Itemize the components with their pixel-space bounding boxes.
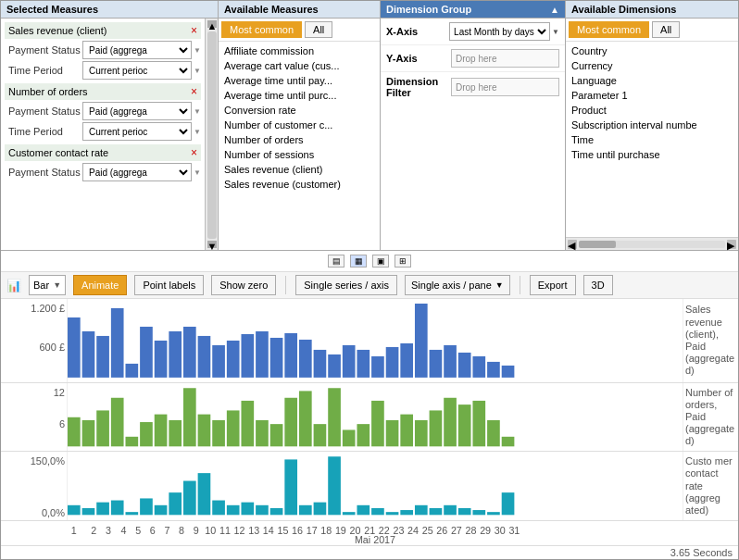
yaxis-2-mid: 6 (3, 418, 65, 429)
svg-text:1: 1 (71, 525, 77, 536)
dimension-group-header: Dimension Group ▲ (381, 1, 565, 19)
export-button[interactable]: Export (530, 275, 576, 295)
dim-item-4[interactable]: Product (568, 103, 736, 118)
scroll-right[interactable]: ▶ (727, 240, 736, 249)
yaxis-3-top: 150,0% (3, 455, 65, 467)
tab-all-dims[interactable]: All (652, 21, 680, 38)
svg-text:13: 13 (248, 525, 259, 536)
tab-all-measures[interactable]: All (305, 21, 332, 38)
dim-item-0[interactable]: Country (568, 44, 736, 58)
dim-scrollbar[interactable]: ◀ ▶ (566, 237, 738, 250)
payment-status-select-3[interactable]: Paid (aggrega (82, 163, 192, 181)
svg-rect-37 (155, 415, 168, 447)
svg-rect-32 (82, 420, 95, 446)
svg-rect-72 (212, 501, 225, 516)
yaxis-3: 150,0% 0,0% (1, 452, 68, 520)
show-zero-button[interactable]: Show zero (211, 275, 276, 295)
measure-group-2: Number of orders × Payment Status Paid (… (5, 83, 201, 141)
close-measure-2[interactable]: × (191, 85, 197, 98)
close-measure-3[interactable]: × (191, 146, 197, 159)
svg-rect-90 (472, 510, 485, 515)
time-period-label-2: Time Period (8, 126, 82, 137)
svg-text:7: 7 (164, 525, 169, 536)
chart-section: 📊 Bar ▼ Animate Point labels Show zero S… (1, 272, 738, 559)
svg-rect-60 (487, 420, 500, 446)
yaxis-drop[interactable]: Drop here (451, 49, 559, 68)
chart-type-dropdown[interactable]: Bar ▼ (29, 275, 66, 295)
svg-text:3: 3 (106, 525, 111, 536)
yaxis-1: 1.200 £ 600 £ (1, 299, 68, 382)
svg-rect-16 (299, 340, 312, 378)
measure-item-0[interactable]: Affiliate commission (220, 44, 378, 58)
dim-item-6[interactable]: Time (568, 132, 736, 147)
toolbar-separator-1 (285, 276, 286, 294)
available-measures-panel: Available Measures Most common All Affil… (219, 1, 381, 250)
chart-view-icon-2[interactable]: ▦ (350, 255, 367, 268)
animate-button[interactable]: Animate (73, 275, 127, 295)
svg-text:31: 31 (508, 525, 520, 536)
svg-text:28: 28 (466, 525, 477, 536)
chart-row-2: 12 6 (1, 383, 738, 453)
chart-view-icon-4[interactable]: ⊞ (395, 255, 411, 268)
single-series-button[interactable]: Single series / axis (295, 275, 397, 295)
svg-text:6: 6 (150, 525, 156, 536)
tab-most-common-measures[interactable]: Most common (221, 21, 302, 38)
dim-item-1[interactable]: Currency (568, 58, 736, 73)
filter-drop[interactable]: Drop here (451, 78, 559, 96)
time-period-select-2[interactable]: Current perioc (82, 122, 192, 141)
dim-item-3[interactable]: Parameter 1 (568, 88, 736, 103)
svg-text:11: 11 (219, 525, 231, 536)
dimension-sort-icon[interactable]: ▲ (550, 5, 559, 15)
dim-item-2[interactable]: Language (568, 73, 736, 88)
dim-item-5[interactable]: Subscription interval numbe (568, 118, 736, 132)
available-dimensions-header: Available Dimensions (566, 1, 738, 19)
measure-item-8[interactable]: Sales revenue (client) (220, 162, 378, 177)
close-measure-1[interactable]: × (191, 24, 197, 37)
scroll-down[interactable]: ▼ (207, 241, 217, 248)
toolbar-separator-2 (520, 276, 520, 294)
svg-rect-46 (284, 398, 297, 447)
payment-status-select-2[interactable]: Paid (aggrega (82, 102, 192, 120)
available-dimensions-list: Country Currency Language Parameter 1 Pr… (566, 42, 738, 237)
point-labels-button[interactable]: Point labels (134, 275, 204, 295)
measure-row-1-1: Payment Status Paid (aggrega ▼ (5, 41, 201, 59)
yaxis-2: 12 6 (1, 383, 68, 452)
chart-3-bars (68, 452, 683, 520)
measure-item-9[interactable]: Sales revenue (customer) (220, 177, 378, 192)
time-period-select-1[interactable]: Current perioc (82, 61, 192, 80)
top-panel: Selected Measures Sales revenue (client)… (1, 1, 738, 251)
single-axis-dropdown[interactable]: Single axis / pane ▼ (405, 275, 510, 295)
svg-text:9: 9 (194, 525, 199, 536)
scroll-left[interactable]: ◀ (568, 240, 577, 249)
dim-item-7[interactable]: Time until purchase (568, 147, 736, 162)
3d-button[interactable]: 3D (583, 275, 613, 295)
payment-status-select-1[interactable]: Paid (aggrega (82, 41, 192, 59)
available-measures-tabs: Most common All (219, 19, 380, 42)
measure-item-3[interactable]: Average time until purc... (220, 88, 378, 103)
svg-rect-58 (458, 404, 471, 446)
tab-most-common-dims[interactable]: Most common (569, 21, 649, 38)
scrollbar-selected[interactable]: ▲ ▼ (205, 19, 218, 250)
measure-item-6[interactable]: Number of orders (220, 132, 378, 147)
selected-measures-content: Sales revenue (client) × Payment Status … (1, 19, 205, 250)
xaxis-select[interactable]: Last Month by days (449, 22, 550, 41)
svg-rect-17 (314, 350, 327, 378)
scroll-up[interactable]: ▲ (207, 20, 217, 28)
measure-item-7[interactable]: Number of sessions (220, 147, 378, 162)
scroll-thumb-h[interactable] (579, 241, 616, 248)
svg-text:5: 5 (135, 525, 141, 536)
chart-view-icon-1[interactable]: ▤ (328, 255, 344, 268)
scroll-thumb[interactable] (207, 31, 217, 239)
chart-view-icon-3[interactable]: ▣ (372, 255, 389, 268)
payment-status-label-2: Payment Status (8, 106, 82, 117)
svg-rect-63 (82, 508, 95, 515)
measure-item-5[interactable]: Number of customer c... (220, 118, 378, 132)
measure-item-1[interactable]: Average cart value (cus... (220, 58, 378, 73)
svg-rect-14 (270, 338, 283, 378)
payment-status-label-1: Payment Status (8, 44, 82, 56)
svg-text:15: 15 (277, 525, 288, 536)
svg-text:24: 24 (407, 525, 419, 536)
measure-item-4[interactable]: Conversion rate (220, 103, 378, 118)
svg-rect-59 (472, 401, 485, 446)
measure-item-2[interactable]: Average time until pay... (220, 73, 378, 88)
